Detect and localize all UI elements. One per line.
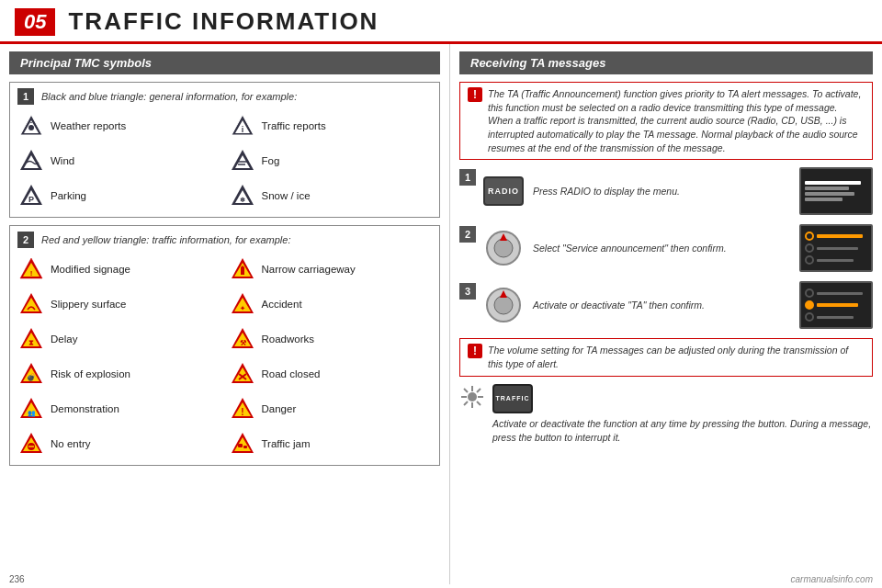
modified-signage-label: Modified signage	[51, 264, 130, 275]
right-section-header: Receiving TA messages	[459, 51, 873, 74]
step1-screen	[799, 167, 873, 215]
step1-content: RADIO Press RADIO to display the menu.	[483, 167, 873, 215]
general-info-section: 1 Black and blue triangle: general infor…	[9, 82, 440, 218]
list-item: Wind	[17, 145, 221, 176]
slippery-label: Slippery surface	[51, 299, 126, 310]
screen-line	[805, 192, 854, 196]
step3-content: Activate or deactivate "TA" then confirm…	[483, 281, 873, 329]
svg-line-70	[464, 401, 468, 405]
traffic-reports-icon: i	[229, 112, 256, 140]
step-2-row: 2 Select "Service announcement" then con…	[459, 224, 873, 272]
traffic-jam-icon	[229, 430, 256, 458]
step2-text: Select "Service announcement" then confi…	[533, 242, 790, 255]
accident-label: Accident	[262, 299, 302, 310]
step2-content: Select "Service announcement" then confi…	[483, 224, 873, 272]
roadworks-label: Roadworks	[262, 334, 315, 345]
fog-icon	[229, 147, 256, 175]
no-entry-label: No entry	[51, 438, 90, 449]
accident-icon: ✦	[229, 290, 256, 318]
list-item: Traffic jam	[229, 428, 433, 459]
screen-line	[805, 198, 842, 201]
no-entry-icon	[17, 430, 45, 458]
box1-label: 1 Black and blue triangle: general infor…	[17, 88, 432, 105]
list-item: ⚒ Roadworks	[229, 323, 433, 355]
danger-label: Danger	[262, 403, 297, 414]
svg-point-57	[494, 239, 513, 257]
svg-text:!: !	[30, 269, 33, 277]
watermark: carmanualsinfo.com	[791, 574, 873, 584]
warning-excl-icon: !	[468, 344, 482, 358]
general-symbols-grid: Weather reports i Traffic reports	[17, 110, 432, 211]
left-section-header: Principal TMC symbols	[9, 51, 440, 74]
box1-description: Black and blue triangle: general informa…	[41, 91, 297, 102]
svg-line-67	[464, 389, 468, 392]
svg-rect-54	[238, 444, 243, 447]
box1-number: 1	[17, 88, 34, 105]
step3-number: 3	[459, 283, 476, 300]
right-panel: Receiving TA messages ! The TA (Traffic …	[450, 44, 882, 584]
list-item: ✦ Accident	[229, 288, 433, 320]
list-item: 💣 Risk of explosion	[17, 358, 221, 390]
warning-text: The volume setting for TA messages can b…	[488, 344, 865, 370]
traffic-jam-label: Traffic jam	[262, 438, 311, 449]
weather-label: Weather reports	[51, 120, 126, 131]
dial-confirm-icon[interactable]	[483, 285, 524, 325]
svg-text:!: !	[241, 407, 243, 417]
weather-icon	[17, 112, 45, 140]
step-1-row: 1 RADIO Press RADIO to display the menu.	[459, 167, 873, 215]
intro-warning-box: ! The TA (Traffic Announcement) function…	[459, 82, 873, 160]
step1-number: 1	[459, 169, 476, 186]
narrow-carriageway-label: Narrow carriageway	[262, 264, 356, 275]
list-item: Fog	[229, 145, 433, 176]
wind-icon	[17, 147, 45, 175]
list-item: Road closed	[229, 358, 433, 390]
box2-description: Red and yellow triangle: traffic informa…	[41, 234, 290, 245]
list-item: i Traffic reports	[229, 110, 433, 141]
list-item: ⧗ Delay	[17, 323, 221, 355]
list-item: ! Danger	[229, 393, 433, 424]
sun-asterisk-icon	[459, 384, 485, 410]
step-3-row: 3 Activate or deactivate "TA" then confi…	[459, 281, 873, 329]
footer-note-row: TRAFFIC Activate or deactivate the funct…	[459, 384, 873, 444]
list-item: P Parking	[17, 180, 221, 211]
snow-label: Snow / ice	[262, 190, 311, 201]
snow-icon: ❄	[229, 182, 256, 209]
svg-point-60	[494, 296, 513, 314]
demonstration-icon: 👥	[17, 395, 45, 423]
explosion-icon: 💣	[17, 360, 45, 388]
svg-text:⚒: ⚒	[239, 339, 246, 347]
step2-number: 2	[459, 226, 476, 243]
chapter-number: 05	[15, 8, 55, 36]
traffic-info-section: 2 Red and yellow triangle: traffic infor…	[9, 225, 440, 466]
parking-label: Parking	[51, 190, 86, 201]
svg-point-62	[468, 392, 477, 401]
svg-point-2	[28, 125, 34, 130]
page-number: 236	[9, 574, 25, 584]
screen-line	[805, 187, 849, 190]
demonstration-label: Demonstration	[51, 403, 119, 414]
narrow-carriageway-icon	[229, 255, 256, 283]
box2-label: 2 Red and yellow triangle: traffic infor…	[17, 232, 432, 248]
list-item: No entry	[17, 428, 221, 459]
modified-signage-icon: !	[17, 255, 45, 283]
footer-note-text: Activate or deactivate the function at a…	[492, 417, 873, 444]
svg-text:✦: ✦	[240, 305, 245, 311]
traffic-button[interactable]: TRAFFIC	[492, 384, 533, 413]
list-item: Narrow carriageway	[229, 254, 433, 285]
svg-text:⧗: ⧗	[28, 339, 34, 347]
svg-line-69	[477, 389, 481, 392]
svg-text:i: i	[241, 125, 243, 134]
explosion-label: Risk of explosion	[51, 368, 130, 379]
warning-note: ! The volume setting for TA messages can…	[459, 338, 873, 376]
radio-button[interactable]: RADIO	[483, 176, 524, 206]
delay-icon: ⧗	[17, 325, 45, 353]
slippery-icon	[17, 290, 45, 318]
exclamation-icon: !	[468, 87, 482, 102]
wind-label: Wind	[51, 155, 74, 166]
main-content: Principal TMC symbols 1 Black and blue t…	[0, 44, 882, 584]
dial-icon[interactable]	[483, 228, 524, 268]
page-header: 05 TRAFFIC INFORMATION	[0, 0, 882, 44]
svg-text:P: P	[28, 195, 34, 204]
roadworks-icon: ⚒	[229, 325, 256, 353]
fog-label: Fog	[262, 155, 280, 166]
